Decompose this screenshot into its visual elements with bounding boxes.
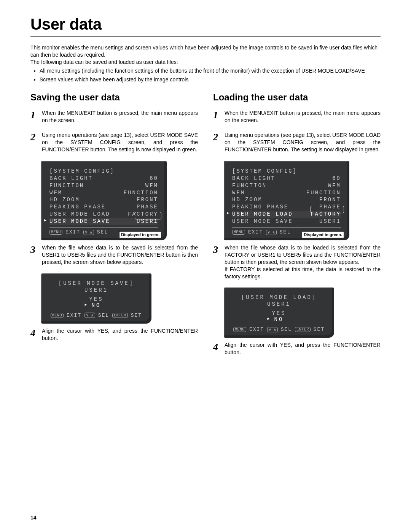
osd-row-label: HD ZOOM	[232, 196, 263, 203]
saving-column: Saving the user data 1 When the MENU/EXI…	[30, 92, 198, 364]
osd-row-value: PHASE	[137, 203, 158, 211]
osd-row-value: 60	[332, 175, 341, 182]
osd-row-label: FUNCTION	[232, 182, 267, 189]
osd-row-value: FUNCTION	[124, 189, 158, 197]
osd-row-value: PHASE	[319, 203, 341, 211]
footer-sel: SEL	[281, 327, 292, 332]
page-number: 14	[30, 515, 37, 521]
step-number: 3	[213, 244, 221, 280]
osd-row-label: WFM	[49, 189, 62, 197]
green-callout: Displayed in green.	[302, 231, 344, 238]
updown-key-icon: ∨ ∧	[84, 313, 95, 318]
osd-system-config-load: [SYSTEM CONFIG] BACK LIGHT60 FUNCTIONWFM…	[224, 161, 349, 240]
loading-step-1: When the MENU/EXIT button is pressed, th…	[225, 110, 381, 124]
osd-row-value: FACTORY	[128, 211, 158, 218]
osd-no-active: NO	[274, 316, 284, 322]
osd-row-value: WFM	[145, 182, 158, 189]
osd-title: [SYSTEM CONFIG]	[49, 168, 115, 175]
osd-row-label: PEAKING PHASE	[232, 203, 288, 211]
loading-step-3: When the file whose data is to be loaded…	[225, 244, 381, 266]
saving-step-4: Align the cursor with YES, and press the…	[42, 327, 198, 342]
intro-paragraph-1: This monitor enables the menu settings a…	[30, 44, 381, 59]
osd-row-label-active: USER MODE SAVE	[49, 218, 110, 225]
osd-title: [USER MODE SAVE]	[49, 280, 143, 286]
footer-exit: EXIT	[249, 327, 264, 332]
osd-row-value: WFM	[328, 182, 341, 189]
menu-key-icon: MENU	[232, 230, 245, 235]
step-number: 1	[213, 110, 221, 124]
osd-yes: YES	[232, 310, 326, 316]
osd-row-value-active: FACTORY	[311, 211, 341, 218]
enter-key-icon: ENTER	[112, 313, 128, 318]
osd-row-label: BACK LIGHT	[49, 175, 93, 182]
footer-sel: SEL	[280, 229, 291, 235]
osd-row-label: FUNCTION	[49, 182, 84, 189]
osd-row-label-active: USER MODE LOAD	[232, 211, 293, 218]
osd-row-label: USER MODE SAVE	[232, 218, 293, 225]
saving-step-1: When the MENU/EXIT button is pressed, th…	[42, 110, 198, 124]
osd-row-label: HD ZOOM	[49, 196, 80, 203]
step-number: 2	[213, 132, 221, 153]
osd-row-value: FRONT	[319, 196, 341, 203]
osd-system-config-save: [SYSTEM CONFIG] BACK LIGHT60 FUNCTIONWFM…	[41, 161, 167, 240]
step-number: 1	[30, 110, 38, 124]
osd-title: [USER MODE LOAD]	[232, 294, 326, 300]
osd-row-label: WFM	[232, 189, 245, 197]
saving-step-2: Using menu operations (see page 13), sel…	[42, 132, 198, 153]
osd-user-mode-save: [USER MODE SAVE] USER1 YES NO MENU EXIT …	[41, 273, 151, 324]
menu-key-icon: MENU	[49, 230, 62, 235]
osd-row-value: 60	[150, 175, 158, 182]
osd-row-value: FUNCTION	[306, 189, 341, 197]
step-number: 4	[213, 341, 221, 356]
osd-row-label: BACK LIGHT	[232, 175, 276, 182]
intro-block: This monitor enables the menu settings a…	[30, 44, 381, 83]
osd-row-label: USER MODE LOAD	[49, 211, 110, 218]
osd-subtitle: USER1	[232, 301, 326, 307]
osd-row-label: PEAKING PHASE	[49, 203, 106, 211]
page-title: User data	[30, 15, 381, 33]
footer-exit: EXIT	[248, 229, 263, 235]
osd-user-mode-load: [USER MODE LOAD] USER1 YES NO MENU EXIT …	[224, 287, 334, 338]
footer-sel: SEL	[98, 313, 109, 318]
step-number: 2	[30, 132, 38, 153]
footer-exit: EXIT	[65, 229, 80, 235]
menu-key-icon: MENU	[233, 327, 246, 332]
title-rule	[30, 36, 381, 37]
menu-key-icon: MENU	[51, 313, 64, 318]
footer-sel: SEL	[97, 229, 108, 235]
green-callout: Displayed in green.	[119, 231, 161, 238]
enter-key-icon: ENTER	[295, 327, 311, 332]
footer-set: SET	[131, 313, 142, 318]
osd-row-value: FRONT	[137, 196, 158, 203]
updown-key-icon: ∨ ∧	[266, 230, 277, 235]
intro-bullet: All menu settings (including the functio…	[40, 67, 381, 75]
saving-heading: Saving the user data	[30, 92, 198, 103]
loading-column: Loading the user data 1 When the MENU/EX…	[213, 92, 381, 364]
osd-row-value: USER1	[319, 218, 341, 225]
step-number: 4	[30, 327, 38, 342]
osd-yes: YES	[49, 296, 143, 302]
saving-step-3: When the file whose data is to be saved …	[42, 244, 198, 266]
step-number: 3	[30, 244, 38, 266]
osd-title: [SYSTEM CONFIG]	[232, 168, 297, 175]
updown-key-icon: ∨ ∧	[267, 327, 278, 332]
loading-heading: Loading the user data	[213, 92, 381, 103]
intro-bullet: Screen values which have been adjusted b…	[40, 76, 381, 83]
intro-paragraph-2: The following data can be saved and load…	[30, 59, 381, 66]
osd-subtitle: USER1	[49, 287, 143, 293]
footer-set: SET	[314, 327, 325, 332]
loading-step-4: Align the cursor with YES, and press the…	[225, 341, 381, 356]
loading-step-3-note: If FACTORY is selected at this time, the…	[225, 266, 381, 280]
updown-key-icon: ∨ ∧	[83, 230, 94, 235]
footer-exit: EXIT	[67, 313, 81, 318]
osd-no-active: NO	[92, 302, 101, 308]
loading-step-2: Using menu operations (see page 13), sel…	[225, 132, 381, 153]
osd-row-value-active: USER1	[137, 218, 158, 225]
